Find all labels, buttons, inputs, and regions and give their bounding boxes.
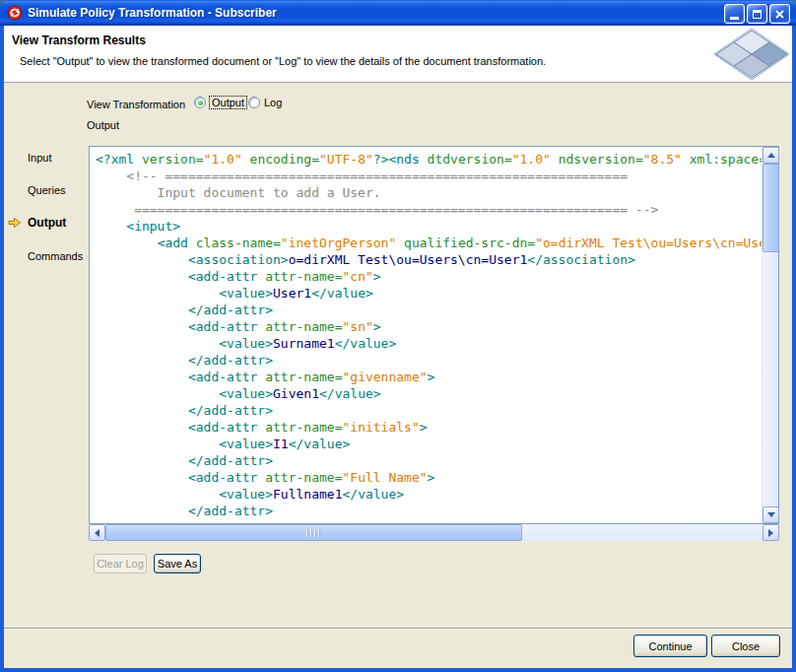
sidebar-item-queries[interactable]: Queries [28, 184, 66, 196]
code-line: <add-attr attr-name="givenname"> [96, 369, 762, 385]
code-line: ========================================… [96, 201, 762, 218]
close-button[interactable] [769, 4, 790, 24]
arrow-down-icon [767, 512, 775, 517]
code-line: Input document to add a User. [96, 184, 762, 201]
window-title: Simulate Policy Transformation - Subscri… [28, 0, 277, 26]
wizard-banner-graphic [713, 28, 790, 81]
title-bar[interactable]: Simulate Policy Transformation - Subscri… [0, 0, 796, 26]
clear-log-button[interactable]: Clear Log [94, 554, 147, 573]
code-line: </add-attr> [96, 452, 762, 469]
sidebar: InputQueriesOutputCommands [4, 83, 91, 339]
page-description: Select "Output" to view the transformed … [20, 55, 546, 67]
horizontal-scrollbar[interactable] [89, 524, 779, 541]
maximize-button[interactable] [747, 4, 767, 24]
code-line: </add-attr> [96, 402, 762, 419]
close-icon [774, 9, 785, 20]
output-radio[interactable]: Output [194, 97, 246, 108]
view-transformation-label: View Transformation [87, 99, 185, 110]
output-radio-label: Output [210, 97, 246, 108]
arrow-right-icon [768, 529, 773, 537]
wizard-header: View Transform Results Select "Output" t… [4, 26, 792, 83]
sidebar-item-label: Commands [28, 250, 83, 262]
code-line: <add class-name="inetOrgPerson" qualifie… [96, 235, 762, 251]
page-title: View Transform Results [12, 34, 146, 47]
scroll-right-button[interactable] [763, 524, 779, 541]
vertical-scrollbar-thumb[interactable] [763, 164, 779, 252]
minimize-button[interactable] [724, 4, 745, 24]
code-line: <?xml version="1.0" encoding="UTF-8"?><n… [96, 151, 762, 168]
continue-button[interactable]: Continue [633, 635, 707, 657]
code-line: <add-attr attr-name="Full Name"> [96, 469, 762, 486]
code-line: <add-attr attr-name="sn"> [96, 318, 762, 335]
code-line: </add-attr> [96, 503, 762, 519]
code-line: </add-attr> [96, 302, 762, 318]
arrow-left-icon [95, 529, 100, 537]
vertical-scrollbar[interactable] [762, 147, 778, 523]
scroll-down-button[interactable] [763, 506, 779, 523]
code-line: <association>o=dirXML Test\ou=Users\cn=U… [96, 251, 762, 268]
radio-unselected-icon [248, 97, 260, 108]
sidebar-item-output[interactable]: Output [28, 216, 66, 230]
log-radio[interactable]: Log [248, 97, 282, 108]
window-icon [7, 5, 23, 21]
log-radio-label: Log [264, 97, 282, 108]
horizontal-scrollbar-thumb[interactable] [105, 524, 522, 541]
code-line: <add-attr attr-name="cn"> [96, 268, 762, 285]
code-line: <value>I1</value> [96, 436, 762, 452]
current-step-arrow-icon [8, 217, 22, 232]
arrow-up-icon [767, 153, 775, 158]
xml-output-view[interactable]: <?xml version="1.0" encoding="UTF-8"?><n… [89, 146, 779, 524]
sidebar-item-label: Output [28, 216, 66, 230]
close-dialog-button[interactable]: Close [711, 635, 780, 657]
maximize-icon [753, 10, 762, 19]
code-line: <value>Given1</value> [96, 385, 762, 402]
minimize-icon [730, 17, 739, 20]
code-line: <!-- ===================================… [96, 168, 762, 184]
save-as-button[interactable]: Save As [154, 554, 201, 573]
sidebar-item-input[interactable]: Input [28, 152, 51, 164]
sidebar-item-commands[interactable]: Commands [28, 250, 83, 262]
scroll-up-button[interactable] [763, 147, 779, 164]
dialog-window: Simulate Policy Transformation - Subscri… [0, 0, 796, 672]
sidebar-item-label: Queries [28, 184, 66, 196]
code-line: <value>Fullname1</value> [96, 486, 762, 503]
output-section-label: Output [87, 119, 119, 131]
scroll-left-button[interactable] [89, 524, 105, 541]
code-line: <value>Surname1</value> [96, 335, 762, 352]
xml-code-lines: <?xml version="1.0" encoding="UTF-8"?><n… [96, 151, 762, 523]
dialog-body: View Transformation Output Log Output In… [4, 83, 792, 668]
sidebar-item-label: Input [28, 152, 51, 164]
code-line: <input> [96, 218, 762, 235]
code-line: <add-attr attr-name="initials"> [96, 419, 762, 436]
bottom-separator [4, 628, 792, 630]
radio-selected-icon [194, 97, 206, 108]
code-line: </add-attr> [96, 352, 762, 369]
code-line: <value>User1</value> [96, 285, 762, 302]
